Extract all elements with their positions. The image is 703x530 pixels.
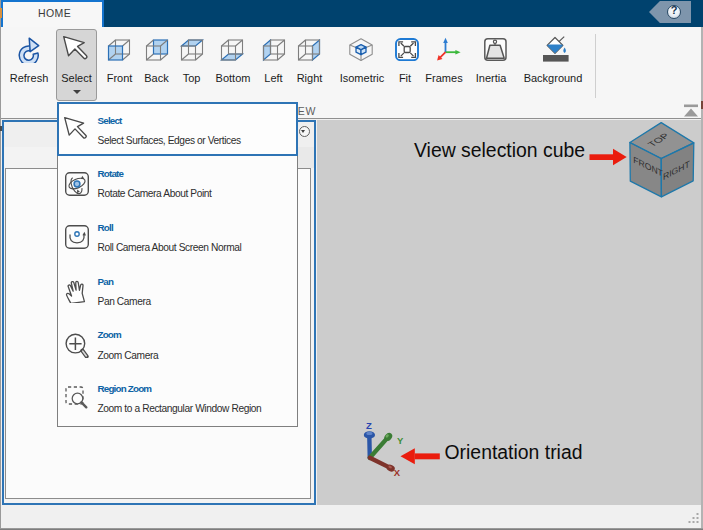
svg-text:Y: Y (397, 435, 404, 446)
svg-text:X: X (394, 467, 401, 478)
svg-text:Z: Z (366, 420, 372, 431)
